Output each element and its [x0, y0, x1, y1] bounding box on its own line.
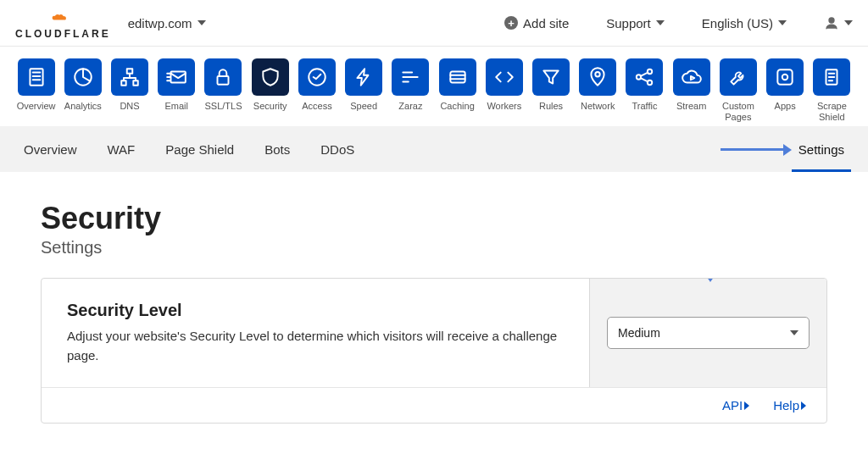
card-title: Security Level [67, 301, 564, 320]
target-icon [774, 66, 796, 88]
main-nav: Overview Analytics DNS Email SSL/TLS Sec… [0, 47, 868, 126]
nav-analytics[interactable]: Analytics [62, 58, 103, 123]
add-site-label: Add site [523, 16, 569, 30]
subnav-bots[interactable]: Bots [264, 142, 290, 157]
chevron-down-icon [198, 20, 206, 25]
subnav-page-shield[interactable]: Page Shield [165, 142, 234, 157]
page-icon [821, 66, 843, 88]
page-content: Security Settings Security Level Adjust … [0, 172, 868, 452]
chevron-down-icon [790, 330, 798, 335]
email-icon [165, 66, 187, 88]
security-level-card: Security Level Adjust your website's Sec… [41, 278, 827, 424]
access-icon [306, 66, 328, 88]
bolt-icon [353, 66, 375, 88]
plus-circle-icon: + [504, 16, 518, 30]
lock-icon [212, 66, 234, 88]
nav-caching[interactable]: Caching [437, 58, 478, 123]
cloud-play-icon [681, 66, 703, 88]
help-link[interactable]: Help [773, 398, 806, 412]
site-name: editwp.com [128, 16, 192, 30]
nav-stream[interactable]: Stream [670, 58, 712, 123]
pin-icon [587, 66, 609, 88]
database-icon [447, 66, 469, 88]
svg-rect-14 [777, 69, 792, 84]
subnav-waf[interactable]: WAF [108, 142, 136, 157]
svg-rect-7 [218, 76, 229, 85]
page-subtitle: Settings [41, 238, 827, 257]
svg-point-15 [782, 75, 788, 80]
api-link[interactable]: API [722, 398, 749, 412]
language-menu[interactable]: English (US) [702, 16, 787, 30]
support-menu[interactable]: Support [606, 16, 665, 30]
top-header: CLOUDFLARE editwp.com + Add site Support… [0, 0, 868, 47]
svg-rect-9 [450, 72, 465, 83]
chevron-down-icon [844, 20, 853, 25]
cloudflare-logo[interactable]: CLOUDFLARE [15, 7, 111, 39]
funnel-icon [540, 66, 562, 88]
wrench-icon [727, 66, 749, 88]
triangle-right-icon [744, 401, 749, 410]
nav-workers[interactable]: Workers [483, 58, 525, 123]
annotation-arrow-right [721, 148, 788, 151]
brand-text: CLOUDFLARE [15, 29, 111, 39]
svg-rect-1 [30, 69, 42, 86]
code-icon [493, 66, 515, 88]
card-description: Adjust your website's Security Level to … [67, 327, 564, 365]
nav-speed[interactable]: Speed [343, 58, 385, 123]
security-subnav: Overview WAF Page Shield Bots DDoS Setti… [0, 126, 868, 172]
support-label: Support [606, 16, 651, 30]
nav-custom-pages[interactable]: Custom Pages [717, 58, 759, 123]
chevron-down-icon [778, 20, 787, 25]
nav-dns[interactable]: DNS [108, 58, 150, 123]
lines-icon [399, 66, 421, 88]
page-title: Security [41, 201, 827, 236]
svg-point-0 [829, 18, 834, 23]
nav-email[interactable]: Email [156, 58, 198, 123]
lang-label: English (US) [702, 16, 773, 30]
site-selector[interactable]: editwp.com [128, 16, 206, 30]
nav-security[interactable]: Security [249, 58, 291, 123]
add-site-button[interactable]: + Add site [504, 16, 569, 30]
nav-overview[interactable]: Overview [15, 58, 57, 123]
share-icon [633, 66, 655, 88]
nav-rules[interactable]: Rules [530, 58, 571, 123]
select-value: Medium [618, 326, 660, 340]
subnav-settings[interactable]: Settings [798, 128, 844, 171]
svg-point-10 [596, 72, 600, 76]
nav-traffic[interactable]: Traffic [624, 58, 665, 123]
security-level-select[interactable]: Medium [607, 317, 810, 349]
nav-network[interactable]: Network [577, 58, 619, 123]
pie-icon [72, 66, 94, 88]
nav-scrape-shield[interactable]: Scrape Shield [811, 58, 853, 123]
shield-icon [259, 66, 281, 88]
nav-zaraz[interactable]: Zaraz [390, 58, 431, 123]
nav-ssltls[interactable]: SSL/TLS [203, 58, 244, 123]
document-icon [25, 66, 47, 88]
triangle-right-icon [801, 401, 806, 410]
chevron-down-icon [656, 20, 665, 25]
sitemap-icon [119, 66, 141, 88]
nav-apps[interactable]: Apps [765, 58, 806, 123]
subnav-ddos[interactable]: DDoS [320, 142, 354, 157]
nav-access[interactable]: Access [296, 58, 337, 123]
subnav-overview[interactable]: Overview [24, 142, 77, 157]
annotation-arrow-down [709, 278, 712, 279]
user-menu[interactable] [824, 15, 853, 30]
